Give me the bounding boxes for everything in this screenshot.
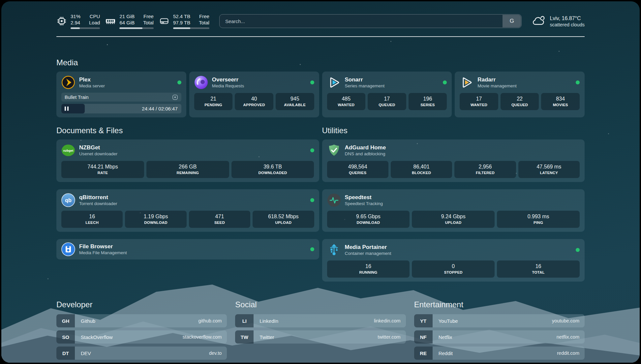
service-name: File Browser xyxy=(79,243,127,250)
bookmark-name: StackOverflow xyxy=(75,330,113,344)
service-description: Speedtest Tracking xyxy=(345,201,383,206)
weather-location-temp: Lviv, 16.87°C xyxy=(550,15,585,22)
playback-progress-bar: 24:44 / 02:06:47 xyxy=(61,104,181,113)
bookmark-github[interactable]: GH Github github.com xyxy=(56,314,227,327)
stream-settings-icon[interactable] xyxy=(172,94,178,100)
group-title-utilities: Utilities xyxy=(322,126,585,135)
stat-queries: 498,564 QUERIES xyxy=(327,161,388,178)
now-playing-row: Bullet Train xyxy=(61,93,181,102)
service-name: Radarr xyxy=(477,76,517,83)
bookmark-name: DEV xyxy=(75,347,91,360)
memory-progress-bar xyxy=(119,27,154,29)
service-name: qBittorrent xyxy=(79,194,117,201)
bookmark-youtube[interactable]: YT YouTube youtube.com xyxy=(414,314,585,327)
bookmark-domain: stackoverflow.com xyxy=(183,330,227,344)
pause-icon[interactable] xyxy=(65,106,69,111)
stat-upload: 9.24 Gbps UPLOAD xyxy=(412,211,495,228)
bookmark-group-developer: Developer GH Github github.com SO StackO… xyxy=(56,300,227,363)
stat-stopped: 0 STOPPED xyxy=(412,260,495,278)
search-input[interactable] xyxy=(219,14,522,28)
bookmark-abbr: DT xyxy=(56,347,75,360)
cpu-widget: 31% 2.94 CPU Load xyxy=(56,13,100,29)
search-provider-button[interactable]: G xyxy=(503,15,521,27)
status-dot xyxy=(576,248,580,252)
bookmark-twitter[interactable]: TW Twitter twitter.com xyxy=(235,330,406,344)
bookmark-group-social: Social LI LinkedIn linkedin.com TW Twitt… xyxy=(235,300,406,363)
bookmark-name: Github xyxy=(75,314,95,327)
service-name: NZBGet xyxy=(79,144,117,151)
service-description: Media Requests xyxy=(212,83,244,89)
service-card-overseerr[interactable]: Overseerr Media Requests 21 PENDING 40 A… xyxy=(189,72,319,117)
service-description: Container management xyxy=(345,251,391,256)
adguard-icon xyxy=(327,143,341,157)
bookmark-linkedin[interactable]: LI LinkedIn linkedin.com xyxy=(235,314,406,327)
nzbget-icon: nzbget xyxy=(61,143,75,157)
stat-rate: 744.21 Mbps RATE xyxy=(61,161,144,178)
group-title-social: Social xyxy=(235,300,406,309)
stat-available: 945 AVAILABLE xyxy=(276,93,314,110)
bookmark-name: LinkedIn xyxy=(254,314,278,327)
stat-downloaded: 39.6 TB DOWNLOADED xyxy=(231,161,314,178)
service-card-portainer[interactable]: Media Portainer Container management 16 … xyxy=(322,239,585,282)
stat-seed: 471 SEED xyxy=(189,211,250,228)
weather-condition: scattered clouds xyxy=(550,22,585,28)
service-name: Plex xyxy=(79,76,105,83)
service-card-adguard[interactable]: AdGuard Home DNS and adblocking 498,564 … xyxy=(322,139,585,182)
disk-progress-bar xyxy=(173,27,209,29)
disk-widget: 52.4 TB 97.9 TB Free Total xyxy=(159,13,209,29)
bookmark-netflix[interactable]: NF Netflix netflix.com xyxy=(414,330,585,344)
group-title-media: Media xyxy=(56,58,585,67)
header-divider xyxy=(56,36,585,37)
scattered-clouds-icon xyxy=(532,14,545,28)
service-card-radarr[interactable]: Radarr Movie management 17 WANTED 22 QUE… xyxy=(455,72,585,117)
bookmark-domain: netflix.com xyxy=(557,330,585,344)
status-dot xyxy=(443,80,447,84)
stat-series: 196 SERIES xyxy=(409,93,447,110)
group-title-developer: Developer xyxy=(56,300,227,309)
bookmark-stackoverflow[interactable]: SO StackOverflow stackoverflow.com xyxy=(56,330,227,344)
stat-wanted: 485 WANTED xyxy=(327,93,366,110)
stat-filtered: 2,956 FILTERED xyxy=(454,161,516,178)
service-card-nzbget[interactable]: nzbget NZBGet Usenet downloader 744.21 M… xyxy=(56,139,319,182)
memory-progress-fill xyxy=(119,27,142,29)
memory-free-value: 21 GiB xyxy=(119,13,135,19)
bookmark-dev[interactable]: DT DEV dev.to xyxy=(56,347,227,360)
plex-icon xyxy=(61,76,75,89)
bookmark-abbr: SO xyxy=(56,330,75,344)
service-card-filebrowser[interactable]: File Browser Media File Management xyxy=(56,239,319,259)
disk-icon xyxy=(159,16,169,26)
sonarr-icon xyxy=(327,76,341,89)
stat-queued: 22 QUEUED xyxy=(501,93,539,110)
disk-free-value: 52.4 TB xyxy=(173,13,190,19)
memory-total-label: Total xyxy=(143,19,154,26)
service-card-plex[interactable]: Plex Media server Bullet Train 24:44 / 0 xyxy=(56,72,186,117)
service-description: DNS and adblocking xyxy=(345,151,386,157)
bookmark-abbr: LI xyxy=(235,314,254,327)
stat-ping: 0.993 ms PING xyxy=(497,211,580,228)
bookmark-name: YouTube xyxy=(433,314,458,327)
portainer-icon xyxy=(327,243,341,257)
cpu-load-value: 2.94 xyxy=(71,19,80,26)
memory-free-label: Free xyxy=(143,13,154,19)
bookmark-name: Twitter xyxy=(254,330,274,344)
service-card-sonarr[interactable]: Sonarr Series management 485 WANTED 17 Q… xyxy=(322,72,452,117)
bookmark-reddit[interactable]: RE Reddit reddit.com xyxy=(414,347,585,360)
status-dot xyxy=(310,198,314,202)
stat-running: 16 RUNNING xyxy=(327,260,410,278)
bookmark-abbr: YT xyxy=(414,314,433,327)
disk-free-label: Free xyxy=(199,13,209,19)
playback-time: 24:44 / 02:06:47 xyxy=(142,106,181,111)
speedtest-icon xyxy=(327,193,341,207)
group-title-documents-files: Documents & Files xyxy=(56,126,319,135)
service-card-speedtest[interactable]: Speedtest Speedtest Tracking 9.65 Gbps D… xyxy=(322,189,585,232)
bookmark-abbr: GH xyxy=(56,314,75,327)
cpu-progress-fill xyxy=(71,27,80,29)
stat-pending: 21 PENDING xyxy=(194,93,233,110)
bookmark-name: Reddit xyxy=(433,347,453,360)
service-card-qbittorrent[interactable]: qb qBittorrent Torrent downloader 16 LEE… xyxy=(56,189,319,232)
stat-leech: 16 LEECH xyxy=(61,211,123,228)
status-dot xyxy=(177,80,181,84)
stat-queued: 17 QUEUED xyxy=(368,93,406,110)
qbittorrent-icon: qb xyxy=(61,193,75,207)
stat-remaining: 266 GB REMAINING xyxy=(146,161,229,178)
